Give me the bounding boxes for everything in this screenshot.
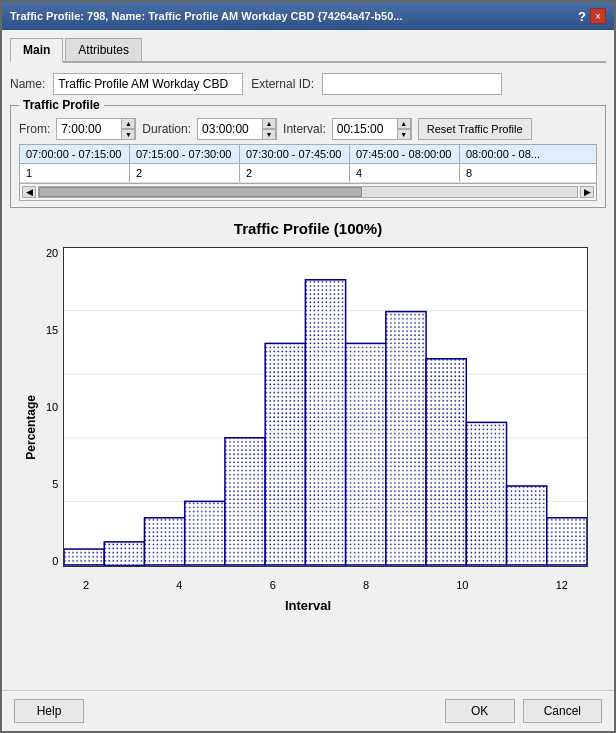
help-button[interactable]: Help (14, 699, 84, 723)
from-spinner-buttons: ▲ ▼ (121, 118, 135, 140)
svg-rect-16 (547, 518, 587, 565)
from-value[interactable] (57, 119, 121, 139)
from-label: From: (19, 122, 50, 136)
table-data-row: 1 2 2 4 8 (20, 164, 596, 183)
duration-up-btn[interactable]: ▲ (262, 118, 276, 129)
main-window: Traffic Profile: 798, Name: Traffic Prof… (0, 0, 616, 733)
title-controls: ? × (578, 8, 606, 24)
x-tick-10: 10 (456, 579, 468, 591)
scroll-right-btn[interactable]: ▶ (580, 186, 594, 198)
ok-cancel-group: OK Cancel (445, 699, 602, 723)
from-down-btn[interactable]: ▼ (121, 129, 135, 140)
external-id-input[interactable] (322, 73, 502, 95)
chart-title: Traffic Profile (100%) (10, 220, 606, 237)
scroll-left-btn[interactable]: ◀ (22, 186, 36, 198)
svg-rect-13 (426, 359, 466, 565)
svg-rect-8 (225, 438, 265, 565)
x-tick-12: 12 (556, 579, 568, 591)
duration-spinner-buttons: ▲ ▼ (262, 118, 276, 140)
title-bar: Traffic Profile: 798, Name: Traffic Prof… (2, 2, 614, 30)
tab-bar: Main Attributes (10, 38, 606, 63)
svg-rect-9 (265, 343, 305, 565)
y-tick-5: 5 (52, 478, 58, 490)
y-tick-0: 0 (52, 555, 58, 567)
help-icon[interactable]: ? (578, 9, 586, 24)
y-tick-10: 10 (46, 401, 58, 413)
table-cell-1[interactable]: 2 (130, 164, 240, 182)
svg-rect-6 (144, 518, 184, 565)
ok-button[interactable]: OK (445, 699, 515, 723)
chart-svg (64, 248, 587, 566)
x-axis-label: Interval (285, 598, 331, 613)
tab-main[interactable]: Main (10, 38, 63, 63)
name-row: Name: External ID: (10, 69, 606, 99)
external-id-label: External ID: (251, 77, 314, 91)
table-cell-4[interactable]: 8 (460, 164, 570, 182)
close-button[interactable]: × (590, 8, 606, 24)
interval-down-btn[interactable]: ▼ (397, 129, 411, 140)
table-scrollbar[interactable]: ◀ ▶ (20, 183, 596, 200)
svg-rect-10 (305, 280, 345, 565)
name-input[interactable] (53, 73, 243, 95)
table-header-0: 07:00:00 - 07:15:00 (20, 145, 130, 163)
scrollbar-track[interactable] (38, 186, 578, 198)
duration-down-btn[interactable]: ▼ (262, 129, 276, 140)
tab-attributes[interactable]: Attributes (65, 38, 142, 61)
scrollbar-thumb[interactable] (39, 187, 362, 197)
traffic-controls: From: ▲ ▼ Duration: ▲ ▼ Interval (19, 118, 597, 140)
from-spinner[interactable]: ▲ ▼ (56, 118, 136, 140)
y-axis-label: Percentage (24, 395, 38, 460)
reset-traffic-profile-button[interactable]: Reset Traffic Profile (418, 118, 532, 140)
table-header-4: 08:00:00 - 08... (460, 145, 570, 163)
table-cell-2[interactable]: 2 (240, 164, 350, 182)
y-tick-15: 15 (46, 324, 58, 336)
svg-rect-11 (346, 343, 386, 565)
chart-inner (63, 247, 588, 567)
interval-label: Interval: (283, 122, 326, 136)
bottom-bar: Help OK Cancel (2, 690, 614, 731)
duration-label: Duration: (142, 122, 191, 136)
duration-value[interactable] (198, 119, 262, 139)
x-tick-8: 8 (363, 579, 369, 591)
svg-rect-7 (185, 501, 225, 565)
group-label: Traffic Profile (19, 98, 104, 112)
cancel-button[interactable]: Cancel (523, 699, 602, 723)
svg-rect-15 (507, 486, 547, 565)
window-title: Traffic Profile: 798, Name: Traffic Prof… (10, 10, 578, 22)
chart-area: Percentage (18, 247, 598, 617)
interval-up-btn[interactable]: ▲ (397, 118, 411, 129)
name-label: Name: (10, 77, 45, 91)
time-table: 07:00:00 - 07:15:00 07:15:00 - 07:30:00 … (19, 144, 597, 201)
from-up-btn[interactable]: ▲ (121, 118, 135, 129)
traffic-profile-group: Traffic Profile From: ▲ ▼ Duration: ▲ ▼ (10, 105, 606, 208)
table-cell-0[interactable]: 1 (20, 164, 130, 182)
interval-spinner[interactable]: ▲ ▼ (332, 118, 412, 140)
content-area: Main Attributes Name: External ID: Traff… (2, 30, 614, 690)
svg-rect-12 (386, 312, 426, 565)
x-tick-2: 2 (83, 579, 89, 591)
table-header-3: 07:45:00 - 08:00:00 (350, 145, 460, 163)
y-tick-20: 20 (46, 247, 58, 259)
y-axis-ticks: 20 15 10 5 0 (46, 247, 58, 567)
interval-spinner-buttons: ▲ ▼ (397, 118, 411, 140)
table-cell-3[interactable]: 4 (350, 164, 460, 182)
x-tick-4: 4 (176, 579, 182, 591)
duration-spinner[interactable]: ▲ ▼ (197, 118, 277, 140)
table-header-row: 07:00:00 - 07:15:00 07:15:00 - 07:30:00 … (20, 145, 596, 164)
svg-rect-5 (104, 542, 144, 566)
table-header-1: 07:15:00 - 07:30:00 (130, 145, 240, 163)
table-header-2: 07:30:00 - 07:45:00 (240, 145, 350, 163)
interval-value[interactable] (333, 119, 397, 139)
svg-rect-14 (466, 422, 506, 565)
x-axis-ticks: 2 4 6 8 10 12 (63, 579, 588, 591)
x-tick-6: 6 (270, 579, 276, 591)
svg-rect-4 (64, 549, 104, 565)
